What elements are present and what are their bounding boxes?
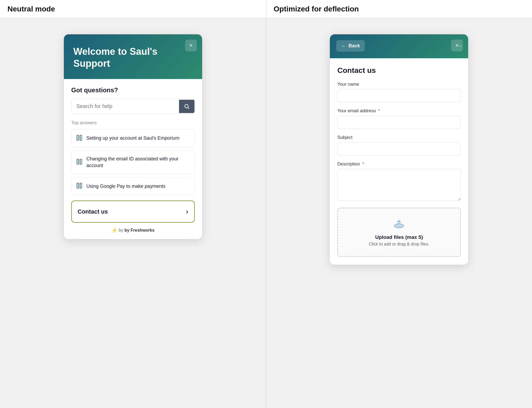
answer-text-2: Changing the email ID associated with yo… (86, 156, 190, 169)
email-required-star: * (378, 108, 380, 113)
book-icon-2 (76, 158, 83, 166)
right-widget: ← Back – × Contact us Your name You (330, 34, 468, 265)
email-label: Your email address * (337, 108, 461, 114)
bolt-icon: ⚡ (111, 227, 117, 233)
got-questions-heading: Got questions? (71, 86, 195, 94)
answer-item-3[interactable]: Using Google Pay to make payments (71, 177, 195, 195)
file-upload-area[interactable]: Upload files (max 5) Click to add or dra… (337, 208, 461, 257)
book-icon-1 (76, 134, 83, 142)
svg-line-1 (188, 107, 189, 109)
upload-subtitle: Click to add or drag & drop files. (343, 242, 455, 247)
subject-field-group: Subject (337, 135, 461, 156)
main-content: Welcome to Saul's Support × Got question… (0, 18, 532, 408)
right-widget-header: ← Back – × (330, 34, 468, 58)
left-widget: Welcome to Saul's Support × Got question… (64, 34, 202, 239)
name-label: Your name (337, 82, 461, 87)
answer-text-1: Setting up your account at Saul's Empori… (86, 135, 180, 141)
left-panel: Welcome to Saul's Support × Got question… (0, 18, 266, 408)
back-label: Back (348, 43, 360, 49)
subject-input[interactable] (337, 142, 461, 156)
description-label: Description * (337, 161, 461, 167)
left-panel-label: Neutral mode (0, 0, 266, 18)
back-button[interactable]: ← Back (336, 40, 365, 52)
contact-form-title: Contact us (337, 66, 461, 75)
book-icon-3 (76, 182, 83, 190)
contact-us-label: Contact us (78, 208, 108, 215)
answer-text-3: Using Google Pay to make payments (86, 183, 165, 190)
search-box (71, 99, 195, 114)
search-input[interactable] (72, 99, 179, 114)
right-panel-label: Optimized for deflection (266, 0, 532, 18)
answer-item-1[interactable]: Setting up your account at Saul's Empori… (71, 129, 195, 147)
footer-text: by by Freshworks (119, 228, 155, 233)
left-widget-header: Welcome to Saul's Support × (64, 34, 202, 79)
description-required-star: * (362, 161, 364, 166)
upload-title: Upload files (max 5) (343, 234, 455, 240)
right-widget-body: Contact us Your name Your email address … (330, 58, 468, 265)
top-bar: Neutral mode Optimized for deflection (0, 0, 532, 18)
name-field-group: Your name (337, 82, 461, 102)
chevron-right-icon: › (186, 207, 188, 216)
email-field-group: Your email address * (337, 108, 461, 129)
search-button[interactable] (179, 100, 194, 113)
left-close-button[interactable]: × (185, 40, 197, 51)
description-textarea[interactable] (337, 169, 461, 201)
search-icon (184, 103, 190, 109)
left-widget-body: Got questions? Top answers (64, 79, 202, 223)
svg-point-0 (185, 104, 188, 108)
name-input[interactable] (337, 89, 461, 102)
left-widget-footer: ⚡ by by Freshworks (64, 223, 202, 239)
right-close-button[interactable]: × (451, 40, 463, 51)
contact-us-button[interactable]: Contact us › (71, 201, 195, 223)
description-field-group: Description * (337, 161, 461, 202)
right-panel: ← Back – × Contact us Your name You (266, 18, 532, 408)
subject-label: Subject (337, 135, 461, 140)
cloud-upload-icon (343, 218, 455, 232)
back-arrow-icon: ← (341, 43, 346, 49)
left-widget-title: Welcome to Saul's Support (73, 45, 159, 69)
email-input[interactable] (337, 116, 461, 129)
top-answers-label: Top answers (71, 120, 195, 126)
answer-item-2[interactable]: Changing the email ID associated with yo… (71, 151, 195, 174)
